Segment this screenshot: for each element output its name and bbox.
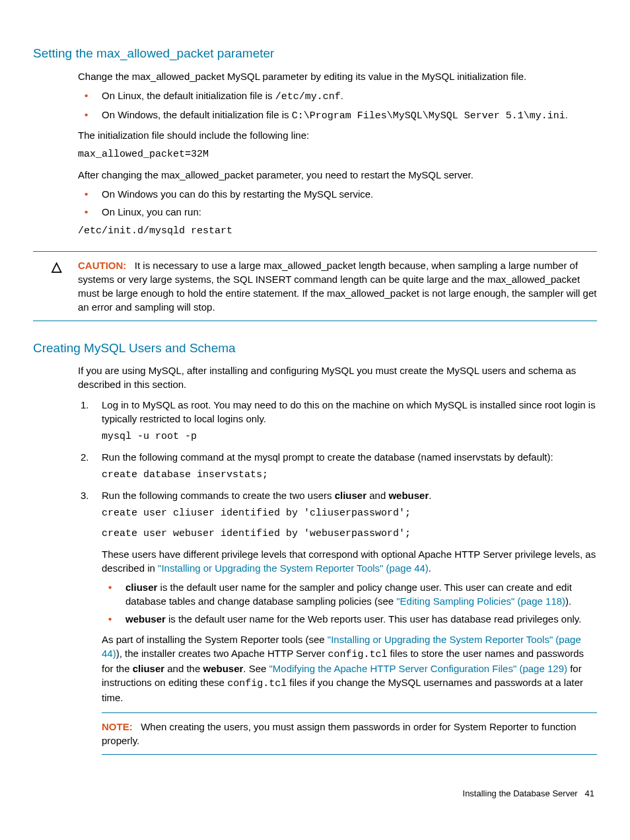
text: Run the following commands to create the…	[102, 490, 335, 501]
code-inline: /etc/my.cnf	[275, 91, 341, 102]
code-block: /etc/init.d/mysqld restart	[78, 224, 597, 238]
code-inline: config.tcl	[227, 678, 287, 689]
code-block: mysql -u root -p	[102, 430, 597, 443]
page-footer: Installing the Database Server 41	[33, 788, 597, 800]
list-item: On Linux, you can run:	[78, 205, 597, 219]
install-para: As part of installing the System Reporte…	[102, 632, 597, 705]
code-block: max_allowed_packet=32M	[78, 147, 597, 161]
text: . See	[243, 663, 269, 674]
text: ).	[565, 595, 571, 607]
section1-after: After changing the max_allowed_packet pa…	[78, 168, 597, 182]
code-inline: C:\Program Files\MySQL\MySQL Server 5.1\…	[292, 110, 565, 122]
bold-text: webuser	[125, 613, 166, 625]
code-block: create database inservstats;	[102, 468, 597, 482]
bold-text: cliuser	[335, 490, 367, 501]
caution-icon: △	[52, 257, 61, 276]
section1-bullets-2: On Windows you can do this by restarting…	[78, 187, 597, 219]
text: and the	[164, 663, 203, 674]
list-item: Run the following command at the mysql p…	[78, 450, 597, 482]
caution-label: CAUTION:	[78, 260, 126, 271]
code-inline: config.tcl	[328, 649, 387, 660]
section2-body: If you are using MySQL, after installing…	[78, 363, 597, 755]
caution-content: CAUTION: It is necessary to use a large …	[78, 258, 597, 314]
step-text: Run the following commands to create the…	[102, 488, 597, 502]
bold-text: webuser	[203, 663, 243, 674]
link-editing-policies[interactable]: "Editing Sampling Policies" (page 118)	[396, 595, 565, 607]
text: .	[341, 90, 343, 101]
heading-creating-mysql-users: Creating MySQL Users and Schema	[33, 340, 597, 358]
text: is the default user name for the Web rep…	[166, 613, 582, 625]
step-text: Run the following command at the mysql p…	[102, 450, 597, 464]
section2-intro: If you are using MySQL, after installing…	[78, 363, 597, 391]
section1-body: Change the max_allowed_packet MySQL para…	[78, 69, 597, 238]
text: As part of installing the System Reporte…	[102, 634, 328, 645]
list-item: On Linux, the default initialization fil…	[78, 89, 597, 104]
code-block: create user cliuser identified by 'clius…	[102, 506, 597, 520]
code-block: create user webuser identified by 'webus…	[102, 527, 597, 541]
link-modifying-apache[interactable]: "Modifying the Apache HTTP Server Config…	[269, 663, 567, 674]
note-label: NOTE:	[102, 721, 133, 732]
text: .	[429, 562, 431, 574]
caution-text: It is necessary to use a large max_allow…	[78, 260, 596, 313]
text: .	[565, 109, 568, 120]
footer-page-number: 41	[585, 788, 594, 798]
note-box: NOTE: When creating the users, you must …	[102, 712, 597, 755]
step-text: Log in to MySQL as root. You may need to…	[102, 398, 597, 426]
link-installing-tools[interactable]: "Installing or Upgrading the System Repo…	[158, 562, 429, 574]
section1-intro: Change the max_allowed_packet MySQL para…	[78, 69, 597, 83]
list-item: webuser is the default user name for the…	[102, 612, 597, 626]
bold-text: cliuser	[133, 663, 164, 674]
caution-box: △ CAUTION: It is necessary to use a larg…	[33, 251, 597, 321]
heading-setting-max-allowed-packet: Setting the max_allowed_packet parameter	[33, 45, 597, 63]
bold-text: webuser	[388, 490, 429, 501]
text: ), the installer creates two Apache HTTP…	[116, 648, 328, 659]
section2-steps: Log in to MySQL as root. You may need to…	[78, 398, 597, 626]
privileges-text: These users have different privilege lev…	[102, 547, 597, 575]
list-item: Log in to MySQL as root. You may need to…	[78, 398, 597, 443]
list-item: On Windows you can do this by restarting…	[78, 187, 597, 201]
note-text: When creating the users, you must assign…	[102, 721, 577, 746]
list-item: Run the following commands to create the…	[78, 488, 597, 626]
section1-bullets-1: On Linux, the default initialization fil…	[78, 89, 597, 123]
bold-text: cliuser	[125, 582, 157, 593]
text: On Windows, the default initialization f…	[102, 109, 292, 120]
text: On Linux, the default initialization fil…	[102, 90, 275, 101]
text: and	[367, 490, 388, 501]
list-item: cliuser is the default user name for the…	[102, 580, 597, 608]
text: .	[429, 490, 431, 501]
section1-line-intro: The initialization file should include t…	[78, 128, 597, 142]
user-bullets: cliuser is the default user name for the…	[102, 580, 597, 626]
footer-title: Installing the Database Server	[463, 788, 578, 798]
list-item: On Windows, the default initialization f…	[78, 108, 597, 123]
